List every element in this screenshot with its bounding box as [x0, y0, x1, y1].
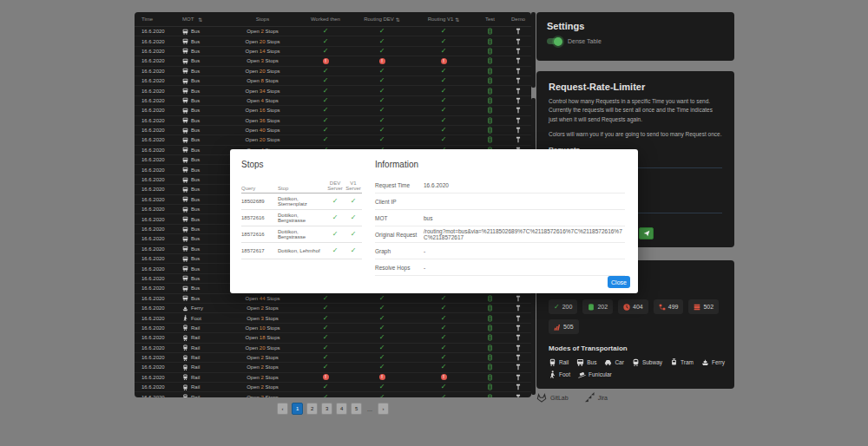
- demo-hammer-icon[interactable]: [515, 354, 522, 361]
- demo-hammer-icon[interactable]: [515, 344, 522, 351]
- demo-cell[interactable]: [505, 38, 531, 45]
- demo-hammer-icon[interactable]: [515, 117, 522, 124]
- test-icon[interactable]: [487, 77, 493, 84]
- pagination-prev-button[interactable]: ‹: [277, 403, 288, 415]
- status-chip-200[interactable]: ✓200: [549, 299, 577, 314]
- demo-cell[interactable]: [505, 394, 531, 397]
- stops-link[interactable]: Open 44 Stops: [226, 296, 299, 301]
- demo-hammer-icon[interactable]: [515, 68, 522, 75]
- demo-cell[interactable]: [505, 295, 531, 302]
- test-cell[interactable]: [475, 305, 505, 312]
- pagination-page-4[interactable]: 4: [336, 403, 347, 415]
- test-icon[interactable]: [487, 88, 493, 95]
- test-cell[interactable]: [475, 68, 505, 75]
- test-cell[interactable]: [475, 374, 505, 381]
- test-icon[interactable]: [487, 394, 493, 397]
- demo-cell[interactable]: [505, 77, 531, 84]
- test-icon[interactable]: [487, 364, 493, 371]
- col-header-routing-v1[interactable]: Routing V1⇅: [412, 16, 475, 23]
- test-cell[interactable]: [475, 295, 505, 302]
- demo-cell[interactable]: [505, 68, 531, 75]
- sort-icon[interactable]: ⇅: [455, 16, 459, 23]
- test-cell[interactable]: [475, 325, 505, 331]
- test-cell[interactable]: [475, 344, 505, 351]
- test-cell[interactable]: [475, 77, 505, 84]
- test-icon[interactable]: [487, 325, 493, 331]
- demo-cell[interactable]: [505, 88, 531, 95]
- demo-cell[interactable]: [505, 364, 531, 371]
- test-cell[interactable]: [475, 88, 505, 95]
- mode-item-car[interactable]: Car: [604, 358, 623, 366]
- test-icon[interactable]: [487, 68, 493, 75]
- demo-cell[interactable]: [505, 57, 531, 64]
- stops-link[interactable]: Open 40 Stops: [226, 128, 299, 133]
- stops-link[interactable]: Open 34 Stops: [226, 89, 299, 94]
- mode-item-ferry[interactable]: Ferry: [701, 358, 725, 366]
- demo-hammer-icon[interactable]: [515, 374, 522, 381]
- test-cell[interactable]: [475, 38, 505, 45]
- demo-cell[interactable]: [505, 127, 531, 134]
- test-icon[interactable]: [487, 97, 493, 104]
- demo-cell[interactable]: [505, 374, 531, 381]
- stops-link[interactable]: Open 20 Stops: [226, 69, 299, 74]
- test-cell[interactable]: [475, 97, 505, 104]
- demo-cell[interactable]: [505, 97, 531, 104]
- test-cell[interactable]: [475, 384, 505, 390]
- mode-item-funicular[interactable]: Funicular: [578, 371, 612, 378]
- test-cell[interactable]: [475, 107, 505, 114]
- demo-hammer-icon[interactable]: [515, 77, 522, 84]
- status-chip-505[interactable]: 505: [549, 319, 579, 334]
- demo-hammer-icon[interactable]: [515, 364, 522, 371]
- stops-link[interactable]: Open 8 Stops: [226, 78, 299, 83]
- status-chip-502[interactable]: 502: [688, 299, 719, 314]
- stops-link[interactable]: Open 2 Stops: [226, 305, 299, 311]
- mode-item-tram[interactable]: Tram: [670, 358, 694, 366]
- test-icon[interactable]: [487, 48, 493, 55]
- mode-item-rail[interactable]: Rail: [549, 358, 569, 366]
- demo-cell[interactable]: [505, 136, 531, 143]
- demo-cell[interactable]: [505, 344, 531, 351]
- test-cell[interactable]: [475, 57, 505, 64]
- sort-icon[interactable]: ⇅: [198, 16, 202, 23]
- stops-link[interactable]: Open 2 Stops: [226, 364, 299, 370]
- mode-item-subway[interactable]: Subway: [632, 358, 662, 366]
- test-icon[interactable]: [487, 136, 493, 143]
- test-cell[interactable]: [475, 364, 505, 371]
- stops-link[interactable]: Open 4 Stops: [226, 98, 299, 103]
- stops-link[interactable]: Open 3 Stops: [226, 58, 299, 63]
- close-button[interactable]: Close: [608, 276, 630, 288]
- col-header-mot[interactable]: MOT⇅: [178, 16, 226, 23]
- demo-cell[interactable]: [505, 305, 531, 312]
- test-icon[interactable]: [487, 354, 493, 361]
- footer-link-gitlab[interactable]: GitLab: [536, 392, 569, 403]
- demo-cell[interactable]: [505, 334, 531, 341]
- stops-link[interactable]: Open 36 Stops: [226, 118, 299, 123]
- test-icon[interactable]: [487, 305, 493, 312]
- status-chip-404[interactable]: 404: [618, 299, 648, 314]
- demo-cell[interactable]: [505, 384, 531, 390]
- demo-cell[interactable]: [505, 354, 531, 361]
- stops-link[interactable]: Open 20 Stops: [226, 39, 299, 44]
- test-icon[interactable]: [487, 295, 493, 302]
- stops-link[interactable]: Open 16 Stops: [226, 108, 299, 113]
- demo-hammer-icon[interactable]: [515, 136, 522, 143]
- pagination-page-1[interactable]: 1: [292, 403, 303, 415]
- test-icon[interactable]: [487, 57, 493, 64]
- footer-link-jira[interactable]: Jira: [584, 392, 608, 403]
- demo-hammer-icon[interactable]: [515, 97, 522, 104]
- demo-hammer-icon[interactable]: [515, 38, 522, 45]
- test-icon[interactable]: [487, 127, 493, 134]
- pagination-page-2[interactable]: 2: [306, 403, 318, 415]
- demo-hammer-icon[interactable]: [515, 394, 522, 397]
- demo-hammer-icon[interactable]: [515, 384, 522, 390]
- send-button[interactable]: [639, 227, 654, 239]
- test-cell[interactable]: [475, 117, 505, 124]
- pagination-page-5[interactable]: 5: [351, 403, 362, 415]
- demo-cell[interactable]: [505, 48, 531, 55]
- test-cell[interactable]: [475, 354, 505, 361]
- test-cell[interactable]: [475, 28, 505, 35]
- col-header-routing-dev[interactable]: Routing DEV⇅: [352, 16, 412, 23]
- demo-hammer-icon[interactable]: [515, 325, 522, 331]
- dense-table-toggle[interactable]: [547, 38, 562, 44]
- demo-hammer-icon[interactable]: [515, 334, 522, 341]
